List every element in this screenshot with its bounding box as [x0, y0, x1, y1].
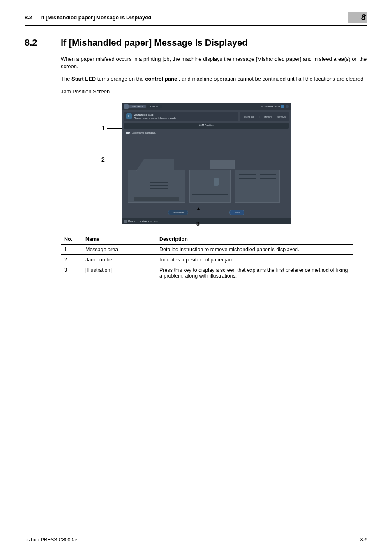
fig-topbar: MACHINE JOB LIST 2010/04/04 14:00: [122, 103, 291, 110]
fig-message-text: Mishandled paper Please remove paper fol…: [134, 113, 176, 120]
page-header: 8.2 If [Mishandled paper] Message Is Dis…: [0, 0, 392, 23]
fig-message-right: Reserve Job | Memory 100.000%: [240, 112, 289, 122]
body-text: When a paper misfeed occurs in a printin…: [0, 48, 392, 95]
fig-date-area: 2010/04/04 14:00: [261, 105, 289, 108]
fig-strip: JAM Position: [124, 123, 289, 129]
reserve-job-label: Reserve Job: [243, 116, 254, 118]
cell-no: 2: [61, 255, 82, 265]
cell-name: [Illustration]: [82, 265, 156, 281]
p2-bold2: control panel: [145, 76, 179, 82]
table-header-row: No. Name Description: [61, 234, 353, 245]
fig-tabs: MACHINE JOB LIST: [124, 104, 162, 109]
cell-name: Message area: [82, 245, 156, 255]
jam-screen-figure: MACHINE JOB LIST 2010/04/04 14:00 Mishan…: [122, 103, 291, 224]
callout-3-arrow: [197, 207, 200, 210]
cell-desc: Detailed instruction to remove mishandle…: [156, 245, 353, 255]
paragraph-2: The Start LED turns orange on the contro…: [61, 75, 367, 83]
fig-message-sub: Please remove paper following a guide: [134, 117, 176, 120]
fig-date-text: 2010/04/04 14:00: [261, 105, 280, 108]
fig-strip-label: JAM Position: [199, 124, 213, 126]
user-icon: [124, 104, 129, 109]
footer-left: bizhub PRESS C8000/e: [25, 537, 77, 543]
tab-joblist: JOB LIST: [147, 105, 162, 108]
fig-bottombar: Illustration Close: [122, 207, 291, 218]
callout-2-bracket-bottom: [114, 160, 121, 183]
info-icon: [281, 105, 284, 108]
close-button[interactable]: Close: [229, 210, 244, 215]
info-square-icon: [126, 113, 132, 119]
section-heading: 8.2 If [Mishandled paper] Message Is Dis…: [0, 26, 392, 48]
page-footer: bizhub PRESS C8000/e 8-6: [25, 534, 367, 543]
fig-body: Open tray4 front door.: [122, 129, 291, 207]
header-ref-name: If [Mishandled paper] Message Is Display…: [41, 14, 152, 21]
figure-wrapper: 1 2 MACHINE JOB LIST 2010/04/04 14:00 Mi…: [101, 103, 291, 224]
th-name: Name: [82, 234, 156, 245]
fig-message-bar: Mishandled paper Please remove paper fol…: [122, 110, 291, 123]
fig-message-left: Mishandled paper Please remove paper fol…: [124, 112, 238, 122]
paragraph-1: When a paper misfeed occurs in a printin…: [61, 56, 367, 70]
section-number: 8.2: [25, 37, 61, 48]
cell-no: 1: [61, 245, 82, 255]
section-title: If [Mishandled paper] Message Is Display…: [61, 37, 248, 48]
reference-table: No. Name Description 1 Message area Deta…: [61, 234, 353, 281]
memory-value: 100.000%: [277, 116, 286, 118]
cell-name: Jam number: [82, 255, 156, 265]
p2-part: , and machine operation cannot be contin…: [179, 76, 365, 82]
th-no: No.: [61, 234, 82, 245]
callout-2-number: 2: [101, 156, 105, 163]
pointer-icon: [126, 131, 130, 134]
header-section-ref: 8.2 If [Mishandled paper] Message Is Dis…: [25, 14, 152, 21]
table-row: 1 Message area Detailed instruction to r…: [61, 245, 353, 255]
table-row: 3 [Illustration] Press this key to displ…: [61, 265, 353, 281]
chapter-badge: 8: [348, 12, 367, 23]
th-desc: Description: [156, 234, 353, 245]
cell-desc: Indicates a position of paper jam.: [156, 255, 353, 265]
fig-step-row: Open tray4 front door.: [126, 131, 288, 134]
footer-right: 8-6: [360, 537, 367, 543]
header-ref-num: 8.2: [25, 14, 32, 21]
p2-part: The: [61, 76, 71, 82]
callout-3-number: 3: [196, 220, 200, 227]
tab-machine: MACHINE: [129, 105, 146, 108]
p2-part: turns orange on the: [96, 76, 145, 82]
memory-label: Memory: [264, 116, 272, 118]
fig-footer: Ready to receive print data: [122, 218, 291, 224]
illustration-button[interactable]: Illustration: [168, 210, 188, 215]
paragraph-3: Jam Position Screen: [61, 88, 367, 95]
callout-2-line: [107, 160, 114, 160]
diagram-unit-mid-top: [210, 160, 235, 169]
callout-3-line: [198, 210, 198, 220]
help-icon: [286, 105, 289, 108]
table-row: 2 Jam number Indicates a position of pap…: [61, 255, 353, 265]
cell-desc: Press this key to display a screen that …: [156, 265, 353, 281]
fig-message-title: Mishandled paper: [134, 113, 176, 117]
machine-diagram: [128, 157, 285, 207]
fig-footer-status: Ready to receive print data: [128, 220, 158, 222]
lock-icon: [124, 220, 127, 223]
cell-no: 3: [61, 265, 82, 281]
callout-2-bracket-top: [114, 140, 121, 160]
fig-step-text: Open tray4 front door.: [132, 132, 156, 134]
diagram-unit-left: [128, 170, 185, 203]
callout-1-number: 1: [101, 125, 105, 132]
diagram-unit-right: [235, 170, 280, 203]
diagram-unit-mid: [189, 170, 231, 203]
p2-bold1: Start LED: [71, 76, 96, 82]
